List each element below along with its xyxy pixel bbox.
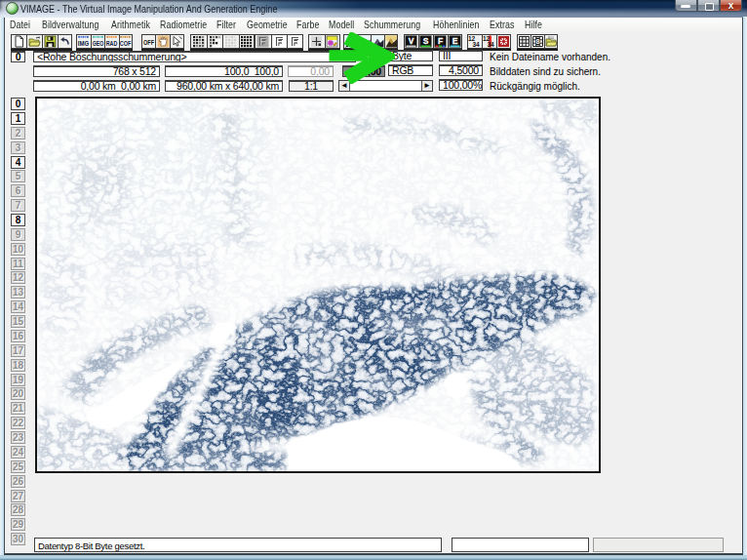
svg-text:RAD: RAD bbox=[106, 39, 118, 48]
svg-text:GEO: GEO bbox=[93, 39, 104, 48]
svg-text:F: F bbox=[438, 36, 443, 46]
svg-text:E: E bbox=[452, 36, 457, 46]
svg-text:OFF: OFF bbox=[143, 39, 155, 46]
svg-text:IMG: IMG bbox=[78, 39, 90, 48]
svg-text:S: S bbox=[423, 36, 429, 46]
svg-text:V: V bbox=[409, 36, 414, 46]
svg-text:34: 34 bbox=[487, 41, 494, 48]
svg-text:8: 8 bbox=[536, 38, 540, 45]
svg-text:34: 34 bbox=[472, 41, 480, 48]
svg-text:COF: COF bbox=[120, 39, 132, 48]
